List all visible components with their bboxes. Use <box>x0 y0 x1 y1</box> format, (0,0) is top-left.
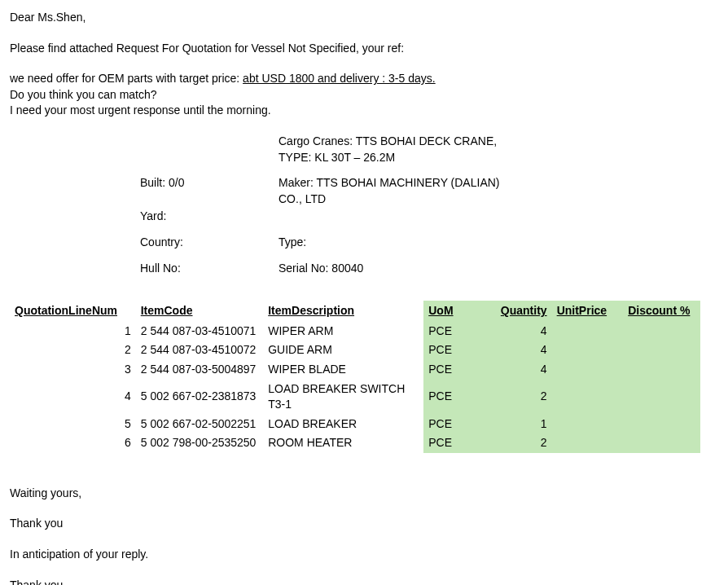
header-discount: Discount % <box>623 301 700 322</box>
cell-unitprice <box>552 415 624 434</box>
cell-uom: PCE <box>423 341 488 360</box>
body-line3: I need your most urgent response until t… <box>10 103 271 117</box>
cell-qty: 1 <box>488 415 552 434</box>
cell-linenum: 6 <box>10 433 136 453</box>
closing-block: Waiting yours, Thank you In anticipation… <box>10 486 718 585</box>
spec-maker: Maker: TTS BOHAI MACHINERY (DALIAN) CO.,… <box>278 175 523 207</box>
cell-qty: 4 <box>488 322 552 341</box>
cell-unitprice <box>552 341 624 360</box>
cell-itemdesc: WIPER BLADE <box>263 360 423 380</box>
cell-linenum: 1 <box>10 322 136 341</box>
spec-block: . Cargo Cranes: TTS BOHAI DECK CRANE, TY… <box>10 134 718 276</box>
spec-type-label: Type: <box>278 235 523 251</box>
closing-line4: Thank you. <box>10 578 718 585</box>
cell-unitprice <box>552 360 624 380</box>
cell-discount <box>623 322 700 341</box>
cell-discount <box>623 360 700 380</box>
cell-unitprice <box>552 322 624 341</box>
cell-itemcode: 2 544 087-03-4510072 <box>136 341 264 360</box>
cell-uom: PCE <box>423 322 488 341</box>
spec-built-label: Built: 0/0 <box>10 175 278 207</box>
cell-linenum: 5 <box>10 415 136 434</box>
spec-hull-label: Hull No: <box>10 261 278 277</box>
cell-itemcode: 2 544 087-03-5004897 <box>136 360 264 380</box>
cell-itemcode: 5 002 798-00-2535250 <box>136 433 264 453</box>
cell-unitprice <box>552 380 624 415</box>
closing-line2: Thank you <box>10 516 718 532</box>
cell-itemcode: 5 002 667-02-5002251 <box>136 415 264 434</box>
header-uom: UoM <box>423 301 488 322</box>
intro-line: Please find attached Request For Quotati… <box>10 41 718 57</box>
cell-uom: PCE <box>423 415 488 434</box>
body-line2: Do you think you can match? <box>10 88 157 101</box>
body-line1-underlined: abt USD 1800 and delivery : 3-5 days. <box>243 72 436 85</box>
cell-itemdesc: LOAD BREAKER <box>263 415 423 434</box>
cell-qty: 2 <box>488 380 552 415</box>
spec-serial: Serial No: 80040 <box>278 261 523 277</box>
cell-itemdesc: ROOM HEATER <box>263 433 423 453</box>
cell-qty: 4 <box>488 341 552 360</box>
cell-itemdesc: LOAD BREAKER SWITCH T3-1 <box>263 380 423 415</box>
closing-line1: Waiting yours, <box>10 486 718 502</box>
cell-discount <box>623 433 700 453</box>
cell-linenum: 4 <box>10 380 136 415</box>
table-row: 4 5 002 667-02-2381873 LOAD BREAKER SWIT… <box>10 380 700 415</box>
cell-itemcode: 2 544 087-03-4510071 <box>136 322 264 341</box>
cell-uom: PCE <box>423 380 488 415</box>
closing-line3: In anticipation of your reply. <box>10 547 718 563</box>
cell-itemdesc: WIPER ARM <box>263 322 423 341</box>
spec-yard-label: Yard: <box>10 209 278 225</box>
cell-discount <box>623 380 700 415</box>
table-row: 1 2 544 087-03-4510071 WIPER ARM PCE 4 <box>10 322 700 341</box>
body-line1-pre: we need offer for OEM parts with target … <box>10 72 243 85</box>
header-linenum: QuotationLineNum <box>10 301 136 322</box>
cell-qty: 2 <box>488 433 552 453</box>
table-row: 2 2 544 087-03-4510072 GUIDE ARM PCE 4 <box>10 341 700 360</box>
header-qty: Quantity <box>488 301 552 322</box>
cell-linenum: 3 <box>10 360 136 380</box>
greeting-line: Dear Ms.Shen, <box>10 10 718 26</box>
table-row: 6 5 002 798-00-2535250 ROOM HEATER PCE 2 <box>10 433 700 453</box>
quotation-table: QuotationLineNum ItemCode ItemDescriptio… <box>10 301 700 453</box>
cell-itemdesc: GUIDE ARM <box>263 341 423 360</box>
cell-qty: 4 <box>488 360 552 380</box>
cell-discount <box>623 415 700 434</box>
body-paragraph: we need offer for OEM parts with target … <box>10 71 718 119</box>
table-row: 5 5 002 667-02-5002251 LOAD BREAKER PCE … <box>10 415 700 434</box>
cell-uom: PCE <box>423 433 488 453</box>
spec-country-label: Country: <box>10 235 278 251</box>
cell-linenum: 2 <box>10 341 136 360</box>
cell-discount <box>623 341 700 360</box>
header-unitprice: UnitPrice <box>552 301 624 322</box>
spec-cargo-cranes: Cargo Cranes: TTS BOHAI DECK CRANE, TYPE… <box>278 134 523 165</box>
table-header-row: QuotationLineNum ItemCode ItemDescriptio… <box>10 301 700 322</box>
header-itemcode: ItemCode <box>136 301 264 322</box>
cell-itemcode: 5 002 667-02-2381873 <box>136 380 264 415</box>
cell-unitprice <box>552 433 624 453</box>
header-itemdesc: ItemDescription <box>263 301 423 322</box>
table-row: 3 2 544 087-03-5004897 WIPER BLADE PCE 4 <box>10 360 700 380</box>
cell-uom: PCE <box>423 360 488 380</box>
